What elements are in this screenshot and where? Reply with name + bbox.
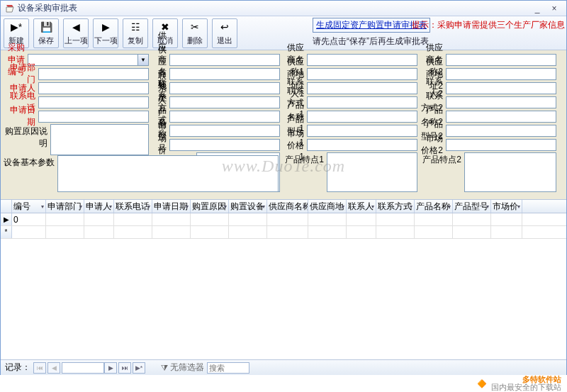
price-input[interactable] xyxy=(169,139,280,151)
supplier-input[interactable] xyxy=(169,54,280,66)
minimize-button[interactable]: _ xyxy=(529,3,545,14)
record-position-input[interactable] xyxy=(62,362,104,374)
contactway2-input[interactable] xyxy=(446,96,556,108)
grid-cell[interactable] xyxy=(453,226,491,238)
nav-first-button[interactable]: ⏮ xyxy=(33,362,46,374)
grid-body[interactable]: ▶ 0 * xyxy=(1,213,566,341)
contact1-input[interactable] xyxy=(307,82,417,94)
grid-header-cell[interactable]: 申请部门▾ xyxy=(46,200,84,213)
grid-header-cell[interactable]: 联系人▾ xyxy=(347,200,376,213)
grid-header-cell[interactable]: 产品型号▾ xyxy=(453,200,491,213)
next-icon: ▶ xyxy=(102,20,110,34)
grid-cell[interactable] xyxy=(267,226,308,238)
price2-input[interactable] xyxy=(446,139,556,151)
grid-cell[interactable] xyxy=(46,226,84,238)
grid-cell[interactable] xyxy=(114,213,152,225)
chevron-down-icon[interactable]: ▼ xyxy=(137,55,148,65)
grid-cell[interactable] xyxy=(152,226,191,238)
model1-input[interactable] xyxy=(307,125,417,137)
nav-prev-button[interactable]: ◀ xyxy=(47,362,60,374)
nav-last-button[interactable]: ⏭ xyxy=(118,362,131,374)
dept-input[interactable] xyxy=(38,68,149,80)
grid-header-cell[interactable]: 供应商地▾ xyxy=(308,200,347,213)
toolbar-save-button[interactable]: 💾保存 xyxy=(33,18,59,48)
grid-cell[interactable] xyxy=(229,226,267,238)
applicant-input[interactable] xyxy=(38,82,149,94)
grid-cell[interactable]: 0 xyxy=(12,213,46,225)
grid-cell[interactable] xyxy=(191,213,229,225)
grid-header-cell[interactable]: 联系电话▾ xyxy=(114,200,152,213)
grid-header-cell[interactable]: 产品名称▾ xyxy=(415,200,453,213)
form-column-supplier1: 供应商名称1 供应商地址1 联系人1 联系方式1 产品名称1 产品型号1 市场价… xyxy=(283,53,417,195)
grid-cell[interactable] xyxy=(267,213,308,225)
nav-next-button[interactable]: ▶ xyxy=(104,362,117,374)
grid-cell[interactable] xyxy=(84,226,114,238)
prev-icon: ◀ xyxy=(72,20,80,34)
feature2-textarea[interactable] xyxy=(464,152,556,192)
grid-corner xyxy=(1,200,12,213)
grid-cell[interactable] xyxy=(46,213,84,225)
addr2-input[interactable] xyxy=(446,68,556,80)
product-input[interactable] xyxy=(169,111,280,123)
grid-cell[interactable] xyxy=(84,213,114,225)
window-title: 设备采购审批表 xyxy=(18,2,528,14)
nav-new-button[interactable]: ▶* xyxy=(133,362,145,374)
addr-input[interactable] xyxy=(169,68,280,80)
toolbar-prev-button[interactable]: ◀上一项 xyxy=(63,18,89,48)
model-input[interactable] xyxy=(169,125,280,137)
phone-input[interactable] xyxy=(38,96,149,108)
grid-cell[interactable] xyxy=(308,213,347,225)
table-row[interactable]: ▶ 0 xyxy=(1,213,566,226)
product2-input[interactable] xyxy=(446,111,556,123)
date-input[interactable] xyxy=(38,111,149,123)
search-input[interactable] xyxy=(207,362,249,374)
supplier1-input[interactable] xyxy=(307,54,417,66)
grid-header-cell[interactable]: 申请人▾ xyxy=(84,200,114,213)
grid-cell[interactable] xyxy=(453,213,491,225)
grid-cell[interactable] xyxy=(114,226,152,238)
grid-header-cell[interactable]: 购置设备▾ xyxy=(229,200,267,213)
model2-input[interactable] xyxy=(446,125,556,137)
grid-cell[interactable] xyxy=(308,226,347,238)
contactway-input[interactable] xyxy=(169,96,280,108)
grid-header-cell[interactable]: 供应商名称▾ xyxy=(267,200,308,213)
params-textarea[interactable] xyxy=(57,155,279,192)
grid-cell[interactable] xyxy=(415,213,453,225)
grid-cell[interactable] xyxy=(415,226,453,238)
grid-header-cell[interactable]: 申请日期▾ xyxy=(152,200,191,213)
grid-header-cell[interactable]: 购置原因▾ xyxy=(191,200,229,213)
app-window: 设备采购审批表 _ × ▶*新建 💾保存 ◀上一项 ▶下一项 ☷复制 ✖取消 ✂… xyxy=(0,0,567,392)
toolbar-delete-button[interactable]: ✂删除 xyxy=(182,18,208,48)
grid-cell[interactable] xyxy=(491,213,522,225)
apply-no-combo[interactable]: ▼ xyxy=(28,54,149,66)
grid-cell[interactable] xyxy=(152,213,191,225)
table-row-new[interactable]: * xyxy=(1,226,566,239)
grid-cell[interactable] xyxy=(229,213,267,225)
contact2-input[interactable] xyxy=(446,82,556,94)
grid-cell[interactable] xyxy=(191,226,229,238)
row-marker: ▶ xyxy=(1,213,12,225)
price1-input[interactable] xyxy=(307,139,417,151)
feature1-textarea[interactable] xyxy=(327,152,417,192)
grid-header-cell[interactable]: 编号▾ xyxy=(12,200,46,213)
contact-input[interactable] xyxy=(169,82,280,94)
contactway1-input[interactable] xyxy=(307,96,417,108)
toolbar-next-button[interactable]: ▶下一项 xyxy=(93,18,118,48)
grid-cell[interactable] xyxy=(491,226,522,238)
grid-header-cell[interactable]: 市场价▾ xyxy=(491,200,522,213)
grid-cell[interactable] xyxy=(12,226,46,238)
grid-header-cell[interactable]: 联系方式▾ xyxy=(376,200,415,213)
close-button[interactable]: × xyxy=(546,3,562,14)
apply-no-input[interactable] xyxy=(28,55,137,65)
addr1-input[interactable] xyxy=(307,68,417,80)
reason-textarea[interactable] xyxy=(50,124,149,155)
supplier2-input[interactable] xyxy=(446,54,556,66)
grid-cell[interactable] xyxy=(376,213,415,225)
grid-cell[interactable] xyxy=(347,226,376,238)
toolbar-copy-button[interactable]: ☷复制 xyxy=(123,18,148,48)
toolbar-exit-button[interactable]: ↩退出 xyxy=(212,18,237,48)
grid-cell[interactable] xyxy=(347,213,376,225)
record-label: 记录： xyxy=(5,362,30,374)
product1-input[interactable] xyxy=(307,111,417,123)
grid-cell[interactable] xyxy=(376,226,415,238)
